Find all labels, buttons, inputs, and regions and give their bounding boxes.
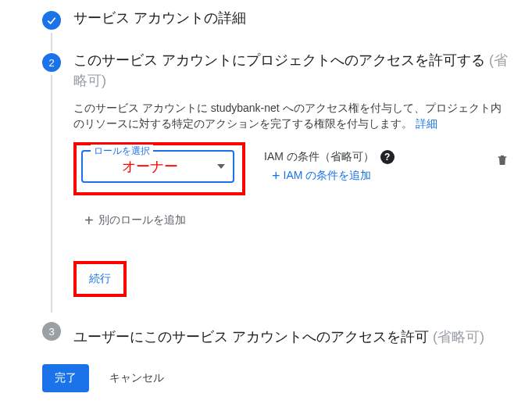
done-button[interactable]: 完了 (42, 364, 89, 392)
footer-actions: 完了 キャンセル (0, 364, 532, 392)
continue-button[interactable]: 続行 (81, 267, 119, 291)
iam-conditions-section: IAM の条件（省略可） ? + IAM の条件を追加 (264, 142, 395, 183)
role-row: ロールを選択 オーナー IAM の条件（省略可） ? + IAM の条件を追加 (73, 142, 509, 195)
help-icon[interactable]: ? (380, 150, 395, 164)
role-select-label: ロールを選択 (91, 145, 153, 158)
highlight-box-role: ロールを選択 オーナー (73, 142, 245, 195)
highlight-box-continue: 続行 (73, 261, 127, 297)
details-link[interactable]: 詳細 (416, 117, 437, 130)
step-2-title: このサービス アカウントにプロジェクトへのアクセスを許可する (省略可) (73, 50, 509, 91)
connector (51, 33, 52, 52)
step-2: 2 このサービス アカウントにプロジェクトへのアクセスを許可する (省略可) こ… (42, 50, 532, 319)
plus-icon: + (84, 213, 94, 228)
add-role-label: 別のロールを追加 (98, 213, 186, 227)
plus-icon: + (272, 169, 280, 183)
add-another-role-button[interactable]: + 別のロールを追加 (84, 213, 509, 228)
role-select-value: オーナー (92, 157, 208, 176)
step-3-optional-text: (省略可) (433, 329, 484, 345)
iam-conditions-header: IAM の条件（省略可） ? (264, 150, 395, 164)
step-2-number-icon: 2 (42, 53, 61, 72)
iam-conditions-label: IAM の条件（省略可） (264, 150, 374, 164)
add-condition-label: IAM の条件を追加 (284, 169, 372, 183)
step-2-description: このサービス アカウントに studybank-net へのアクセス権を付与して… (73, 100, 509, 131)
trash-icon (496, 153, 509, 167)
step-2-title-text: このサービス アカウントにプロジェクトへのアクセスを許可する (73, 52, 489, 68)
connector (51, 75, 52, 313)
step-3-number-icon: 3 (42, 322, 61, 341)
step-3-title[interactable]: ユーザーにこのサービス アカウントへのアクセスを許可 (省略可) (73, 327, 509, 347)
role-select-dropdown[interactable]: ロールを選択 オーナー (81, 150, 234, 183)
step-3: 3 ユーザーにこのサービス アカウントへのアクセスを許可 (省略可) (42, 319, 532, 347)
add-iam-condition-button[interactable]: + IAM の条件を追加 (264, 169, 371, 183)
delete-role-button[interactable] (496, 142, 509, 167)
step-1-title[interactable]: サービス アカウントの詳細 (73, 8, 509, 28)
chevron-down-icon (217, 164, 225, 169)
step-3-title-text: ユーザーにこのサービス アカウントへのアクセスを許可 (73, 329, 433, 345)
stepper: サービス アカウントの詳細 2 このサービス アカウントにプロジェクトへのアクセ… (0, 8, 532, 347)
cancel-button[interactable]: キャンセル (109, 371, 164, 385)
step-1: サービス アカウントの詳細 (42, 8, 532, 50)
step-1-check-icon (42, 11, 61, 30)
step-2-body: このサービス アカウントに studybank-net へのアクセス権を付与して… (73, 91, 509, 313)
